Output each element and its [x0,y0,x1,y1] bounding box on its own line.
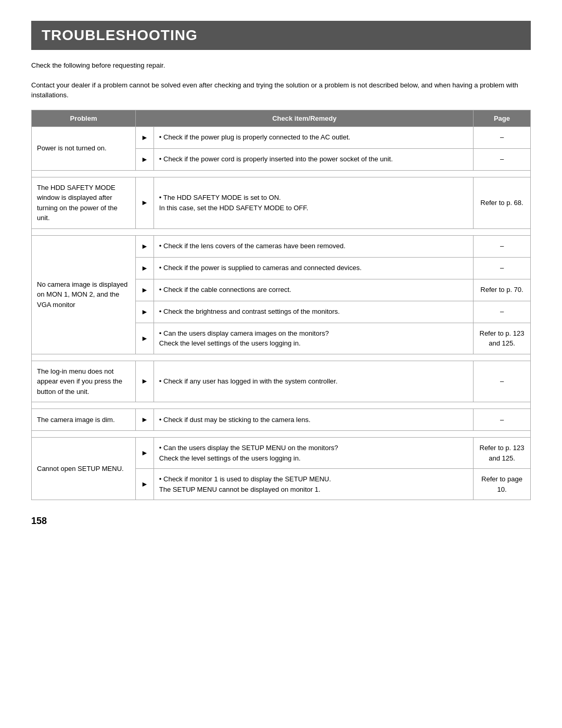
page-cell: – [474,257,531,279]
remedy-cell: • Check if the cable connections are cor… [154,279,473,301]
arrow-icon: ► [136,301,154,323]
problem-cell: No camera image is displayed on MON 1, M… [32,235,136,354]
page-cell: Refer to p. 68. [474,177,531,228]
page-cell: Refer to p. 123 and 125. [474,438,531,469]
spacer [32,354,531,361]
page-cell: Refer to p. 123 and 125. [474,323,531,354]
remedy-cell: • Can the users display camera images on… [154,323,473,354]
remedy-cell: • Check if any user has logged in with t… [154,361,473,402]
arrow-icon: ► [136,361,154,402]
header-remedy: Check item/Remedy [136,110,474,126]
remedy-cell: • Check if monitor 1 is used to display … [154,469,473,500]
spacer [32,431,531,438]
spacer [32,170,531,177]
remedy-cell: • Can the users display the SETUP MENU o… [154,438,473,469]
page-title: TROUBLESHOOTING [31,21,531,50]
problem-cell: Cannot open SETUP MENU. [32,438,136,500]
arrow-icon: ► [136,126,154,148]
page-cell: – [474,409,531,431]
remedy-cell: • Check if the power plug is properly co… [154,126,473,148]
arrow-icon: ► [136,148,154,170]
spacer [32,228,531,235]
page-cell: – [474,361,531,402]
header-page: Page [474,110,531,126]
troubleshooting-table: Problem Check item/Remedy Page Power is … [31,110,531,501]
arrow-icon: ► [136,469,154,500]
page-cell: – [474,235,531,257]
arrow-icon: ► [136,257,154,279]
arrow-icon: ► [136,177,154,228]
intro-block: Check the following before requesting re… [31,60,531,100]
arrow-icon: ► [136,409,154,431]
problem-cell: The log-in menu does not appear even if … [32,361,136,402]
problem-cell: The camera image is dim. [32,409,136,431]
remedy-cell: • Check if dust may be sticking to the c… [154,409,473,431]
arrow-icon: ► [136,279,154,301]
intro-line-2: Contact your dealer if a problem cannot … [31,80,531,100]
remedy-cell: • Check the brightness and contrast sett… [154,301,473,323]
arrow-icon: ► [136,235,154,257]
page-cell: – [474,301,531,323]
page-cell: Refer to page 10. [474,469,531,500]
problem-cell: Power is not turned on. [32,126,136,170]
remedy-cell: • Check if the power cord is properly in… [154,148,473,170]
remedy-cell: • Check if the lens covers of the camera… [154,235,473,257]
remedy-cell: • The HDD SAFETY MODE is set to ON.In th… [154,177,473,228]
arrow-icon: ► [136,323,154,354]
intro-line-1: Check the following before requesting re… [31,60,531,71]
page-cell: – [474,148,531,170]
problem-cell: The HDD SAFETY MODE window is displayed … [32,177,136,228]
arrow-icon: ► [136,438,154,469]
remedy-cell: • Check if the power is supplied to came… [154,257,473,279]
spacer [32,402,531,409]
page-cell: Refer to p. 70. [474,279,531,301]
page-number: 158 [31,516,531,527]
page-cell: – [474,126,531,148]
header-problem: Problem [32,110,136,126]
